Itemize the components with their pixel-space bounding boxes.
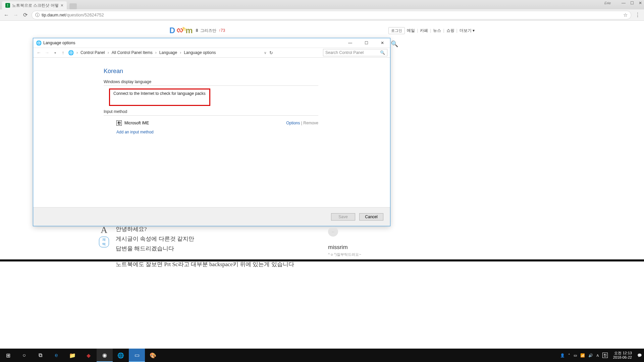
nav-reload-icon[interactable]: ⟳ bbox=[22, 12, 28, 18]
url-host: tip.daum.net bbox=[42, 12, 66, 17]
ticker-rank: 8 bbox=[196, 28, 198, 33]
taskbar-app-icon[interactable]: ◆ bbox=[80, 349, 97, 362]
cp-history-dropdown-icon[interactable]: ▾ bbox=[52, 51, 58, 55]
taskbar-chrome-icon[interactable]: ◉ bbox=[97, 349, 113, 362]
cp-breadcrumb-icon[interactable]: 🌐 bbox=[68, 50, 74, 55]
address-bar[interactable]: ⓘ tip.daum.net/question/52624752 ☆ bbox=[32, 11, 631, 19]
save-button: Save bbox=[331, 213, 355, 221]
chrome-menu-icon[interactable]: ⋮ bbox=[635, 12, 641, 18]
ime-options-link[interactable]: Options bbox=[286, 121, 300, 125]
site-info-icon[interactable]: ⓘ bbox=[35, 12, 40, 18]
display-language-section-label: Windows display language bbox=[104, 79, 318, 86]
ime-label: Microsoft IME bbox=[124, 121, 149, 125]
taskbar-paint-icon[interactable]: 🎨 bbox=[145, 349, 161, 362]
cp-minimize-icon[interactable]: — bbox=[345, 41, 355, 45]
daum-nav-more[interactable]: 더보기 ▾ bbox=[460, 28, 475, 34]
taskbar-control-panel-icon[interactable]: ▭ bbox=[129, 349, 145, 362]
window-close-icon[interactable]: ✕ bbox=[639, 1, 642, 5]
ticker-change: ↑73 bbox=[219, 28, 225, 33]
input-method-section-label: Input method bbox=[104, 109, 318, 116]
nav-back-icon[interactable]: ← bbox=[3, 12, 9, 18]
answerer-status: ^ o ^)잘부탁드려요~ bbox=[328, 252, 395, 257]
breadcrumb-dropdown-icon[interactable]: v bbox=[264, 51, 266, 55]
daum-logo[interactable]: Dလʰm bbox=[169, 26, 193, 35]
answer-avatar-icon: A bbox=[99, 225, 109, 235]
cp-titlebar[interactable]: 🌐 Language options — ☐ ✕ bbox=[33, 38, 390, 48]
tray-ime-han-icon[interactable]: 한 bbox=[602, 353, 608, 358]
daum-nav-mail[interactable]: 메일 bbox=[407, 28, 415, 34]
cp-footer: Save Cancel bbox=[33, 207, 390, 226]
breadcrumb-item[interactable]: Control Panel bbox=[80, 50, 105, 55]
connect-internet-text: Connect to the Internet to check for lan… bbox=[113, 91, 206, 96]
taskbar-explorer-icon[interactable]: 📁 bbox=[64, 349, 80, 362]
tab-title: 노트북으로 스크린샷 어떻 bbox=[12, 3, 59, 8]
answerer-card: ·· missrim ^ o ^)잘부탁드려요~ bbox=[328, 227, 395, 257]
cp-nav-bar: ← → ▾ ↑ 🌐 ›Control Panel ›All Control Pa… bbox=[33, 48, 390, 58]
tray-people-icon[interactable]: 👤 bbox=[560, 353, 565, 358]
taskbar-app2-icon[interactable]: 🌐 bbox=[113, 349, 129, 362]
new-tab-button[interactable] bbox=[69, 3, 77, 9]
daum-nav-cafe[interactable]: 카페 bbox=[420, 28, 428, 34]
action-center-icon[interactable]: 💬 bbox=[637, 353, 642, 358]
chrome-tab-strip: ! 노트북으로 스크린샷 어떻 × Eric — ☐ ✕ bbox=[0, 0, 644, 9]
add-input-method-link[interactable]: Add an input method bbox=[116, 130, 318, 134]
cp-forward-icon: → bbox=[44, 50, 50, 55]
cancel-button[interactable]: Cancel bbox=[359, 213, 383, 221]
cp-close-icon[interactable]: ✕ bbox=[377, 41, 387, 45]
tray-battery-icon[interactable]: ▭ bbox=[574, 353, 577, 358]
cp-back-icon[interactable]: ← bbox=[36, 50, 42, 55]
accepted-badge: 채택 bbox=[99, 237, 109, 247]
tray-chevron-icon[interactable]: ˄ bbox=[568, 353, 570, 358]
taskbar-edge-icon[interactable]: e bbox=[48, 349, 64, 362]
url-path: /question/52624752 bbox=[66, 12, 104, 17]
window-maximize-icon[interactable]: ☐ bbox=[630, 1, 634, 5]
daum-header: Dလʰm 8 그리즈만 ↑73 로그인 메일| 카페| 뉴스| 쇼핑| 더보기 … bbox=[169, 21, 475, 38]
connect-internet-message: Connect to the Internet to check for lan… bbox=[109, 88, 210, 106]
answer-line: 답변을 해드리겠습니다 bbox=[116, 244, 294, 254]
chrome-user-label[interactable]: Eric bbox=[604, 1, 611, 5]
cp-search-input[interactable]: Search Control Panel 🔍 bbox=[323, 49, 387, 56]
search-icon: 🔍 bbox=[380, 50, 385, 55]
task-view-icon[interactable]: ⧉ bbox=[32, 349, 48, 362]
cp-maximize-icon[interactable]: ☐ bbox=[361, 41, 371, 45]
daum-search-icon[interactable]: 🔍 bbox=[391, 40, 398, 48]
system-tray: 👤 ˄ ▭ 📶 🔊 A 한 오전 12:13 2018-06-22 💬 bbox=[560, 351, 644, 360]
clock-date: 2018-06-22 bbox=[613, 355, 632, 360]
cp-refresh-icon[interactable]: ↻ bbox=[269, 50, 273, 55]
divider bbox=[0, 259, 644, 261]
chrome-window-controls: Eric — ☐ ✕ bbox=[604, 1, 642, 5]
answerer-name[interactable]: missrim bbox=[328, 244, 395, 251]
control-panel-window: 🌐 Language options — ☐ ✕ ← → ▾ ↑ 🌐 ›Cont… bbox=[33, 38, 390, 226]
taskbar-search-icon[interactable]: ○ bbox=[16, 349, 32, 362]
tray-volume-icon[interactable]: 🔊 bbox=[588, 353, 593, 358]
browser-tab[interactable]: ! 노트북으로 스크린샷 어떻 × bbox=[2, 1, 67, 9]
window-minimize-icon[interactable]: — bbox=[622, 1, 626, 5]
cp-content: Korean Windows display language Connect … bbox=[33, 58, 390, 207]
tray-ime-a-icon[interactable]: A bbox=[596, 353, 599, 357]
cp-title-label: Language options bbox=[43, 41, 75, 45]
cp-up-icon[interactable]: ↑ bbox=[60, 50, 66, 55]
cp-title-icon: 🌐 bbox=[36, 40, 41, 46]
breadcrumb-item[interactable]: Language options bbox=[184, 50, 216, 55]
daum-ticker[interactable]: 8 그리즈만 ↑73 bbox=[196, 28, 225, 34]
daum-nav-shop[interactable]: 쇼핑 bbox=[446, 28, 454, 34]
daum-nav-news[interactable]: 뉴스 bbox=[433, 28, 441, 34]
answer-text: 안녕하세요? 게시글이 속성에 다른것 같지만 답변을 해드리겠습니다 노트북에… bbox=[116, 225, 294, 269]
bookmark-star-icon[interactable]: ☆ bbox=[623, 12, 628, 18]
answer-line: 안녕하세요? bbox=[116, 225, 294, 234]
start-button[interactable]: ⊞ bbox=[0, 349, 16, 362]
daum-login-button[interactable]: 로그인 bbox=[388, 27, 405, 34]
tab-close-icon[interactable]: × bbox=[61, 3, 63, 8]
breadcrumb-item[interactable]: All Control Panel Items bbox=[112, 50, 153, 55]
nav-forward-icon: → bbox=[13, 12, 19, 18]
windows-taskbar: ⊞ ○ ⧉ e 📁 ◆ ◉ 🌐 ▭ 🎨 👤 ˄ ▭ 📶 🔊 A 한 오전 12:… bbox=[0, 349, 644, 362]
language-heading: Korean bbox=[104, 68, 318, 75]
breadcrumb-item[interactable]: Language bbox=[159, 50, 177, 55]
user-avatar-icon: ·· bbox=[328, 227, 338, 237]
chrome-toolbar: ← → ⟳ ⓘ tip.daum.net/question/52624752 ☆… bbox=[0, 9, 644, 21]
clock-time: 오전 12:13 bbox=[613, 351, 632, 355]
ime-row: 한 Microsoft IME Options | Remove bbox=[116, 118, 318, 128]
taskbar-clock[interactable]: 오전 12:13 2018-06-22 bbox=[611, 351, 634, 360]
tray-wifi-icon[interactable]: 📶 bbox=[580, 353, 585, 358]
ime-badge-icon: 한 bbox=[116, 120, 122, 126]
